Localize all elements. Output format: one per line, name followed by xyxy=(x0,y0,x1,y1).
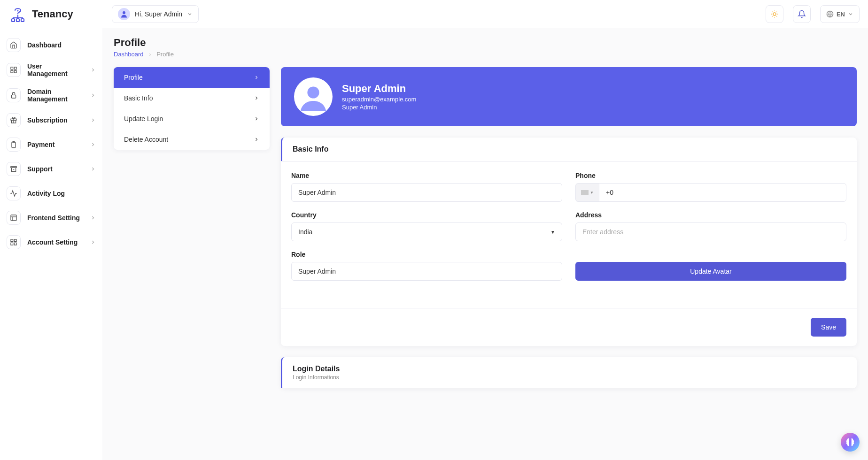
address-label: Address xyxy=(575,211,846,219)
subnav-item-label: Basic Info xyxy=(124,94,153,102)
sidebar-item-dashboard[interactable]: Dashboard xyxy=(7,33,96,57)
svg-point-0 xyxy=(17,10,19,12)
basic-info-heading: Basic Info xyxy=(281,138,857,161)
profile-role: Super Admin xyxy=(342,104,416,111)
svg-rect-33 xyxy=(14,239,16,242)
phone-label: Phone xyxy=(575,172,846,179)
svg-point-5 xyxy=(773,13,776,15)
activity-icon xyxy=(7,186,21,200)
notifications-button[interactable] xyxy=(793,5,811,23)
page-title: Profile xyxy=(114,37,857,49)
subnav-item-basic-info[interactable]: Basic Info xyxy=(114,88,270,108)
svg-rect-32 xyxy=(11,239,13,242)
chevron-right-icon xyxy=(90,215,96,221)
svg-line-8 xyxy=(772,12,773,12)
globe-icon xyxy=(826,10,834,18)
breadcrumb-root[interactable]: Dashboard xyxy=(114,51,144,58)
home-icon xyxy=(7,38,21,52)
name-input[interactable] xyxy=(291,183,562,202)
sidebar-item-label: Dashboard xyxy=(27,41,96,49)
svg-rect-16 xyxy=(11,67,13,69)
sidebar-item-domain-management[interactable]: Domain Management xyxy=(7,83,96,108)
sidebar-item-label: Account Setting xyxy=(27,238,84,246)
subnav-item-profile[interactable]: Profile xyxy=(114,67,270,88)
svg-rect-34 xyxy=(14,243,16,245)
layout-icon xyxy=(7,211,21,225)
archive-icon xyxy=(7,162,21,176)
profile-name: Super Admin xyxy=(342,83,416,95)
clipboard-icon xyxy=(7,138,21,152)
sidebar-item-frontend-setting[interactable]: Frontend Setting xyxy=(7,206,96,230)
update-avatar-button[interactable]: Update Avatar xyxy=(575,262,846,281)
sidebar-item-label: Frontend Setting xyxy=(27,214,84,222)
sidebar-item-account-setting[interactable]: Account Setting xyxy=(7,230,96,254)
sidebar-item-support[interactable]: Support xyxy=(7,157,96,181)
chevron-right-icon: › xyxy=(149,51,151,58)
country-field: Country India ▼ xyxy=(291,211,562,241)
svg-rect-19 xyxy=(11,70,13,73)
brand-logo-icon xyxy=(8,6,27,23)
address-input[interactable] xyxy=(575,222,846,241)
sidebar-nav: DashboardUser ManagementDomain Managemen… xyxy=(0,28,102,460)
basic-info-card: Basic Info Name Phone ▼ xyxy=(281,138,857,346)
save-button[interactable]: Save xyxy=(811,318,846,337)
subnav-item-label: Profile xyxy=(124,74,143,81)
profile-subnav: ProfileBasic InfoUpdate LoginDelete Acco… xyxy=(114,67,270,150)
language-switch[interactable]: EN xyxy=(820,5,860,23)
breadcrumb: Dashboard › Profile xyxy=(114,51,857,58)
country-select[interactable]: India ▼ xyxy=(291,222,562,241)
role-input[interactable] xyxy=(291,262,562,281)
breadcrumb-current: Profile xyxy=(156,51,174,58)
name-field: Name xyxy=(291,172,562,202)
phone-input[interactable] xyxy=(599,183,846,202)
lock-icon xyxy=(7,88,21,102)
svg-point-4 xyxy=(123,11,125,14)
svg-rect-2 xyxy=(16,19,19,22)
sidebar-item-subscription[interactable]: Subscription xyxy=(7,108,96,132)
sidebar-item-user-management[interactable]: User Management xyxy=(7,57,96,83)
brain-icon xyxy=(845,437,855,447)
chevron-right-icon xyxy=(90,92,96,98)
name-label: Name xyxy=(291,172,562,179)
theme-toggle-button[interactable] xyxy=(766,5,783,23)
user-avatar-icon xyxy=(118,8,130,20)
country-label: Country xyxy=(291,211,562,219)
login-details-subtitle: Login Informations xyxy=(293,374,846,381)
chevron-right-icon xyxy=(90,67,96,73)
chevron-right-icon xyxy=(254,116,259,122)
chevron-right-icon xyxy=(254,95,259,101)
subnav-item-delete-account[interactable]: Delete Account xyxy=(114,129,270,150)
login-details-title: Login Details xyxy=(293,365,846,373)
subnav-item-update-login[interactable]: Update Login xyxy=(114,108,270,129)
svg-rect-1 xyxy=(12,19,15,22)
sidebar-item-label: User Management xyxy=(27,62,84,77)
brand-name: Tenancy xyxy=(32,8,73,20)
sidebar-item-label: Payment xyxy=(27,141,84,148)
phone-country-selector[interactable]: ▼ xyxy=(575,183,599,202)
role-label: Role xyxy=(291,251,562,258)
svg-rect-35 xyxy=(11,243,13,245)
role-field: Role xyxy=(291,251,562,281)
chevron-right-icon xyxy=(90,239,96,245)
svg-rect-18 xyxy=(14,70,16,73)
chevron-down-icon xyxy=(848,11,853,17)
sidebar-item-label: Domain Management xyxy=(27,88,84,103)
avatar-action-field: Update Avatar xyxy=(575,251,846,281)
subnav-item-label: Update Login xyxy=(124,115,163,123)
profile-hero: Super Admin superadmin@example.com Super… xyxy=(281,67,857,126)
user-greeting-chip[interactable]: Hi, Super Admin xyxy=(112,5,199,23)
user-greeting-text: Hi, Super Admin xyxy=(135,10,182,18)
country-value: India xyxy=(298,228,312,236)
help-fab[interactable] xyxy=(841,433,860,452)
chevron-right-icon xyxy=(254,137,259,142)
grid-icon xyxy=(7,63,21,77)
svg-line-9 xyxy=(776,16,777,16)
sidebar-item-label: Activity Log xyxy=(27,190,96,197)
chevron-right-icon xyxy=(254,75,259,80)
profile-meta: Super Admin superadmin@example.com Super… xyxy=(342,83,416,111)
sidebar-item-payment[interactable]: Payment xyxy=(7,132,96,157)
chevron-down-icon xyxy=(187,11,193,17)
sidebar-item-activity-log[interactable]: Activity Log xyxy=(7,181,96,206)
svg-line-12 xyxy=(772,16,773,16)
profile-email: superadmin@example.com xyxy=(342,96,416,103)
